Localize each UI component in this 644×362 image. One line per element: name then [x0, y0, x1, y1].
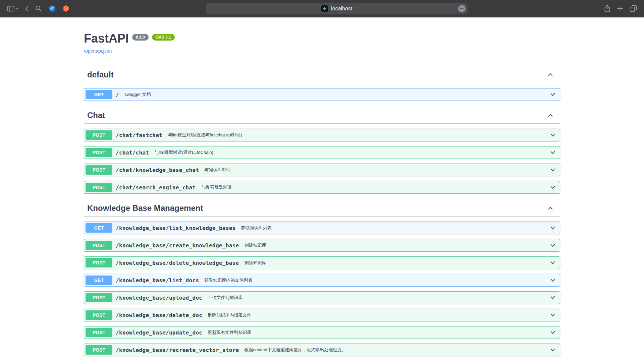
collapse-section-chevron-up-icon[interactable] [547, 205, 553, 211]
method-badge: POST [86, 310, 112, 320]
api-info: FastAPI 0.1.0 OAS 3.1 /openapi.json [84, 32, 560, 54]
section-header[interactable]: default [84, 67, 560, 83]
share-button[interactable] [603, 4, 611, 13]
operation-description: 与llm模型对话(通过LLMChain) [154, 149, 547, 156]
method-badge: POST [86, 345, 112, 355]
operation-row[interactable]: GET / swagger 文档 [84, 88, 560, 101]
method-badge: POST [86, 183, 112, 192]
operation-path: /knowledge_base/recreate_vector_store [116, 347, 239, 353]
operation-row[interactable]: POST /knowledge_base/create_knowledge_ba… [84, 239, 560, 252]
operation-row[interactable]: POST /knowledge_base/upload_doc 上传文件到知识库 [84, 291, 560, 304]
section-title: Chat [87, 111, 547, 120]
extension-button-blue[interactable] [48, 4, 57, 13]
operation-row[interactable]: POST /knowledge_base/update_doc 更新现有文件到知… [84, 326, 560, 339]
back-button[interactable] [24, 5, 30, 13]
swagger-page: FastAPI 0.1.0 OAS 3.1 /openapi.json defa… [84, 17, 560, 362]
operation-row[interactable]: POST /chat/fastchat 与llm模型对话(直接与fastchat… [84, 129, 560, 141]
operation-description: 根据content中文档重建向量库，流式输出处理进度。 [245, 347, 547, 353]
operation-path: /chat/knowledge_base_chat [116, 167, 199, 173]
expand-operation-chevron-down-icon[interactable] [547, 329, 558, 336]
operation-path: /knowledge_base/update_doc [116, 329, 202, 336]
page-options-button[interactable]: ••• [458, 5, 466, 12]
extension-button-orange[interactable] [61, 4, 70, 13]
operation-row[interactable]: POST /knowledge_base/delete_knowledge_ba… [84, 256, 560, 269]
section-title: Knowledge Base Management [87, 203, 547, 213]
method-badge: POST [86, 293, 112, 302]
url-text: localhost [331, 6, 352, 12]
chevron-left-icon [25, 6, 29, 12]
sidebar-toggle-button[interactable] [6, 5, 19, 13]
section-title: default [87, 70, 547, 79]
method-badge: POST [86, 165, 112, 175]
operation-row[interactable]: POST /chat/search_engine_chat 与搜索引擎对话 [84, 181, 560, 194]
operation-description: 删除知识库内指定文件 [208, 312, 547, 318]
blue-bird-extension-icon [49, 5, 56, 12]
expand-operation-chevron-down-icon[interactable] [547, 347, 558, 353]
version-badge: 0.1.0 [132, 34, 149, 41]
expand-operation-chevron-down-icon[interactable] [547, 225, 558, 231]
expand-operation-chevron-down-icon[interactable] [547, 277, 558, 283]
operation-list: GET / swagger 文档 [84, 83, 560, 107]
operation-row[interactable]: GET /knowledge_base/list_docs 获取知识库内的文件列… [84, 274, 560, 287]
toolbar-left-group [6, 4, 70, 13]
page-title: FastAPI 0.1.0 OAS 3.1 [84, 32, 560, 45]
operation-row[interactable]: GET /knowledge_base/list_knowledge_bases… [84, 222, 560, 234]
api-section-list: default GET / swagger 文档 Chat POST /chat… [84, 67, 560, 362]
method-badge: GET [86, 276, 112, 285]
oas-badge: OAS 3.1 [152, 34, 175, 41]
operation-path: /knowledge_base/list_docs [116, 277, 199, 284]
operation-path: /knowledge_base/list_knowledge_bases [116, 225, 236, 231]
operation-description: 与llm模型对话(直接与fastchat api对话) [168, 132, 547, 138]
operation-row[interactable]: POST /chat/knowledge_base_chat 与知识库对话 [84, 164, 560, 176]
chevron-down-icon [15, 8, 18, 10]
operation-description: 创建知识库 [245, 242, 547, 248]
expand-operation-chevron-down-icon[interactable] [547, 167, 558, 173]
new-tab-button[interactable] [616, 5, 624, 12]
address-bar[interactable]: localhost ••• [206, 3, 468, 14]
lightning-bolt-icon [323, 6, 327, 11]
expand-operation-chevron-down-icon[interactable] [547, 242, 558, 248]
operation-row[interactable]: POST /knowledge_base/delete_doc 删除知识库内指定… [84, 309, 560, 321]
operation-path: /knowledge_base/delete_doc [116, 312, 202, 318]
operation-row[interactable]: POST /chat/chat 与llm模型对话(通过LLMChain) [84, 146, 560, 159]
api-section: Chat POST /chat/fastchat 与llm模型对话(直接与fas… [84, 107, 560, 200]
api-title: FastAPI [84, 32, 129, 45]
expand-operation-chevron-down-icon[interactable] [547, 260, 558, 266]
collapse-section-chevron-up-icon[interactable] [547, 112, 553, 118]
api-section: Knowledge Base Management GET /knowledge… [84, 200, 560, 362]
search-icon [36, 5, 42, 12]
operation-list: POST /chat/fastchat 与llm模型对话(直接与fastchat… [84, 124, 560, 200]
openapi-spec-link[interactable]: /openapi.json [84, 48, 112, 54]
collapse-section-chevron-up-icon[interactable] [547, 72, 553, 78]
share-icon [604, 5, 610, 12]
method-badge: GET [86, 90, 112, 99]
toolbar-right-group [603, 4, 638, 13]
operation-description: 获取知识库内的文件列表 [204, 277, 547, 283]
browser-toolbar: localhost ••• [0, 0, 644, 17]
sidebar-icon [7, 6, 14, 12]
expand-operation-chevron-down-icon[interactable] [547, 132, 558, 138]
operation-path: /chat/fastchat [116, 132, 162, 138]
method-badge: POST [86, 130, 112, 140]
operation-description: 与知识库对话 [204, 167, 547, 173]
expand-operation-chevron-down-icon[interactable] [547, 92, 558, 98]
site-favicon [321, 5, 328, 12]
method-badge: POST [86, 328, 112, 337]
expand-operation-chevron-down-icon[interactable] [547, 149, 558, 156]
expand-operation-chevron-down-icon[interactable] [547, 312, 558, 318]
expand-operation-chevron-down-icon[interactable] [547, 295, 558, 301]
search-button[interactable] [35, 4, 43, 13]
operation-path: /knowledge_base/upload_doc [116, 295, 202, 301]
section-header[interactable]: Knowledge Base Management [84, 200, 560, 217]
expand-operation-chevron-down-icon[interactable] [547, 184, 558, 190]
operation-description: 与搜索引擎对话 [201, 184, 547, 190]
method-badge: POST [86, 241, 112, 250]
section-header[interactable]: Chat [84, 107, 560, 124]
tab-overview-button[interactable] [629, 4, 638, 13]
operation-description: 上传文件到知识库 [208, 295, 547, 301]
operation-path: /knowledge_base/delete_knowledge_base [116, 260, 239, 266]
operation-path: /chat/chat [116, 149, 149, 156]
orange-ring-extension-icon [62, 5, 69, 12]
operation-row[interactable]: POST /knowledge_base/recreate_vector_sto… [84, 344, 560, 356]
operation-description: 更新现有文件到知识库 [208, 329, 547, 336]
